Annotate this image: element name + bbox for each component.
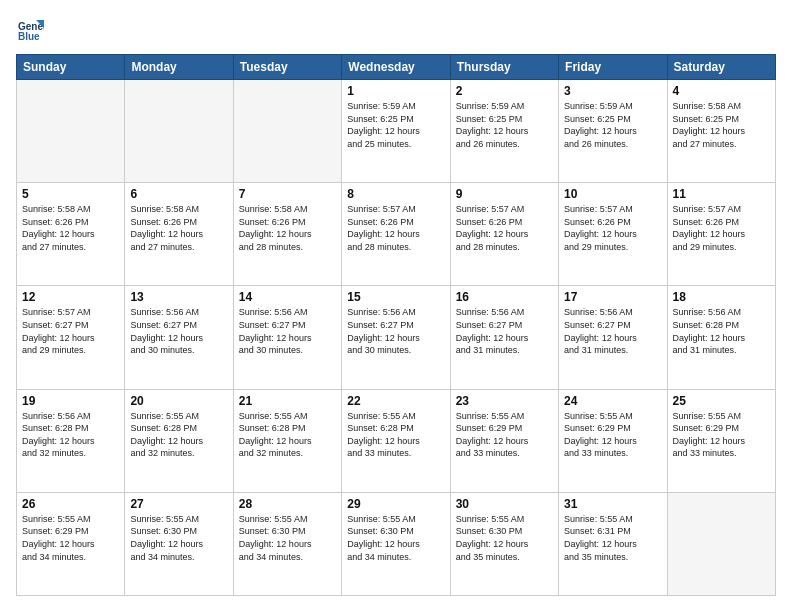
day-number: 28	[239, 497, 336, 511]
calendar-cell: 25Sunrise: 5:55 AM Sunset: 6:29 PM Dayli…	[667, 389, 775, 492]
day-number: 19	[22, 394, 119, 408]
day-number: 30	[456, 497, 553, 511]
calendar-cell	[667, 492, 775, 595]
day-info: Sunrise: 5:56 AM Sunset: 6:27 PM Dayligh…	[564, 306, 661, 356]
calendar-cell: 4Sunrise: 5:58 AM Sunset: 6:25 PM Daylig…	[667, 80, 775, 183]
calendar-cell	[233, 80, 341, 183]
calendar-cell: 20Sunrise: 5:55 AM Sunset: 6:28 PM Dayli…	[125, 389, 233, 492]
day-info: Sunrise: 5:56 AM Sunset: 6:27 PM Dayligh…	[456, 306, 553, 356]
day-info: Sunrise: 5:55 AM Sunset: 6:28 PM Dayligh…	[130, 410, 227, 460]
calendar-cell	[125, 80, 233, 183]
day-info: Sunrise: 5:57 AM Sunset: 6:26 PM Dayligh…	[673, 203, 770, 253]
calendar-cell: 2Sunrise: 5:59 AM Sunset: 6:25 PM Daylig…	[450, 80, 558, 183]
day-info: Sunrise: 5:55 AM Sunset: 6:30 PM Dayligh…	[130, 513, 227, 563]
day-info: Sunrise: 5:55 AM Sunset: 6:29 PM Dayligh…	[673, 410, 770, 460]
day-info: Sunrise: 5:55 AM Sunset: 6:30 PM Dayligh…	[456, 513, 553, 563]
day-info: Sunrise: 5:57 AM Sunset: 6:26 PM Dayligh…	[456, 203, 553, 253]
calendar-cell: 13Sunrise: 5:56 AM Sunset: 6:27 PM Dayli…	[125, 286, 233, 389]
day-info: Sunrise: 5:59 AM Sunset: 6:25 PM Dayligh…	[564, 100, 661, 150]
day-number: 6	[130, 187, 227, 201]
calendar-cell: 22Sunrise: 5:55 AM Sunset: 6:28 PM Dayli…	[342, 389, 450, 492]
day-number: 23	[456, 394, 553, 408]
day-info: Sunrise: 5:57 AM Sunset: 6:27 PM Dayligh…	[22, 306, 119, 356]
day-number: 16	[456, 290, 553, 304]
calendar-cell: 3Sunrise: 5:59 AM Sunset: 6:25 PM Daylig…	[559, 80, 667, 183]
week-row-2: 12Sunrise: 5:57 AM Sunset: 6:27 PM Dayli…	[17, 286, 776, 389]
calendar-cell: 15Sunrise: 5:56 AM Sunset: 6:27 PM Dayli…	[342, 286, 450, 389]
day-number: 25	[673, 394, 770, 408]
calendar-cell: 17Sunrise: 5:56 AM Sunset: 6:27 PM Dayli…	[559, 286, 667, 389]
day-number: 9	[456, 187, 553, 201]
day-number: 10	[564, 187, 661, 201]
week-row-0: 1Sunrise: 5:59 AM Sunset: 6:25 PM Daylig…	[17, 80, 776, 183]
day-info: Sunrise: 5:56 AM Sunset: 6:28 PM Dayligh…	[673, 306, 770, 356]
calendar-header-thursday: Thursday	[450, 55, 558, 80]
day-number: 27	[130, 497, 227, 511]
calendar-cell: 12Sunrise: 5:57 AM Sunset: 6:27 PM Dayli…	[17, 286, 125, 389]
day-number: 1	[347, 84, 444, 98]
day-info: Sunrise: 5:58 AM Sunset: 6:26 PM Dayligh…	[22, 203, 119, 253]
calendar-cell: 5Sunrise: 5:58 AM Sunset: 6:26 PM Daylig…	[17, 183, 125, 286]
calendar-cell	[17, 80, 125, 183]
day-info: Sunrise: 5:56 AM Sunset: 6:27 PM Dayligh…	[130, 306, 227, 356]
day-info: Sunrise: 5:55 AM Sunset: 6:28 PM Dayligh…	[347, 410, 444, 460]
calendar-cell: 30Sunrise: 5:55 AM Sunset: 6:30 PM Dayli…	[450, 492, 558, 595]
calendar-cell: 9Sunrise: 5:57 AM Sunset: 6:26 PM Daylig…	[450, 183, 558, 286]
day-info: Sunrise: 5:55 AM Sunset: 6:29 PM Dayligh…	[22, 513, 119, 563]
day-number: 4	[673, 84, 770, 98]
calendar-cell: 8Sunrise: 5:57 AM Sunset: 6:26 PM Daylig…	[342, 183, 450, 286]
calendar-header-friday: Friday	[559, 55, 667, 80]
day-number: 31	[564, 497, 661, 511]
day-info: Sunrise: 5:56 AM Sunset: 6:28 PM Dayligh…	[22, 410, 119, 460]
day-info: Sunrise: 5:57 AM Sunset: 6:26 PM Dayligh…	[564, 203, 661, 253]
day-number: 17	[564, 290, 661, 304]
day-number: 12	[22, 290, 119, 304]
day-number: 7	[239, 187, 336, 201]
calendar-cell: 14Sunrise: 5:56 AM Sunset: 6:27 PM Dayli…	[233, 286, 341, 389]
day-number: 18	[673, 290, 770, 304]
day-number: 14	[239, 290, 336, 304]
day-number: 20	[130, 394, 227, 408]
calendar-cell: 31Sunrise: 5:55 AM Sunset: 6:31 PM Dayli…	[559, 492, 667, 595]
calendar-cell: 6Sunrise: 5:58 AM Sunset: 6:26 PM Daylig…	[125, 183, 233, 286]
header: General Blue	[16, 16, 776, 44]
day-number: 13	[130, 290, 227, 304]
day-info: Sunrise: 5:55 AM Sunset: 6:31 PM Dayligh…	[564, 513, 661, 563]
day-info: Sunrise: 5:55 AM Sunset: 6:29 PM Dayligh…	[564, 410, 661, 460]
day-number: 24	[564, 394, 661, 408]
day-info: Sunrise: 5:58 AM Sunset: 6:25 PM Dayligh…	[673, 100, 770, 150]
day-info: Sunrise: 5:58 AM Sunset: 6:26 PM Dayligh…	[239, 203, 336, 253]
day-info: Sunrise: 5:55 AM Sunset: 6:30 PM Dayligh…	[347, 513, 444, 563]
week-row-3: 19Sunrise: 5:56 AM Sunset: 6:28 PM Dayli…	[17, 389, 776, 492]
day-number: 8	[347, 187, 444, 201]
day-number: 22	[347, 394, 444, 408]
calendar-cell: 19Sunrise: 5:56 AM Sunset: 6:28 PM Dayli…	[17, 389, 125, 492]
day-number: 21	[239, 394, 336, 408]
day-info: Sunrise: 5:56 AM Sunset: 6:27 PM Dayligh…	[347, 306, 444, 356]
day-info: Sunrise: 5:55 AM Sunset: 6:28 PM Dayligh…	[239, 410, 336, 460]
logo: General Blue	[16, 16, 48, 44]
day-number: 29	[347, 497, 444, 511]
calendar-cell: 16Sunrise: 5:56 AM Sunset: 6:27 PM Dayli…	[450, 286, 558, 389]
day-info: Sunrise: 5:58 AM Sunset: 6:26 PM Dayligh…	[130, 203, 227, 253]
day-info: Sunrise: 5:59 AM Sunset: 6:25 PM Dayligh…	[456, 100, 553, 150]
calendar-cell: 7Sunrise: 5:58 AM Sunset: 6:26 PM Daylig…	[233, 183, 341, 286]
day-info: Sunrise: 5:59 AM Sunset: 6:25 PM Dayligh…	[347, 100, 444, 150]
calendar-cell: 29Sunrise: 5:55 AM Sunset: 6:30 PM Dayli…	[342, 492, 450, 595]
calendar-cell: 1Sunrise: 5:59 AM Sunset: 6:25 PM Daylig…	[342, 80, 450, 183]
day-info: Sunrise: 5:57 AM Sunset: 6:26 PM Dayligh…	[347, 203, 444, 253]
calendar-header-saturday: Saturday	[667, 55, 775, 80]
calendar-cell: 23Sunrise: 5:55 AM Sunset: 6:29 PM Dayli…	[450, 389, 558, 492]
calendar-header-row: SundayMondayTuesdayWednesdayThursdayFrid…	[17, 55, 776, 80]
calendar-cell: 11Sunrise: 5:57 AM Sunset: 6:26 PM Dayli…	[667, 183, 775, 286]
day-number: 2	[456, 84, 553, 98]
day-number: 3	[564, 84, 661, 98]
logo-icon: General Blue	[16, 16, 44, 44]
calendar-cell: 27Sunrise: 5:55 AM Sunset: 6:30 PM Dayli…	[125, 492, 233, 595]
calendar-cell: 24Sunrise: 5:55 AM Sunset: 6:29 PM Dayli…	[559, 389, 667, 492]
day-number: 15	[347, 290, 444, 304]
calendar-table: SundayMondayTuesdayWednesdayThursdayFrid…	[16, 54, 776, 596]
week-row-1: 5Sunrise: 5:58 AM Sunset: 6:26 PM Daylig…	[17, 183, 776, 286]
day-number: 11	[673, 187, 770, 201]
day-number: 5	[22, 187, 119, 201]
